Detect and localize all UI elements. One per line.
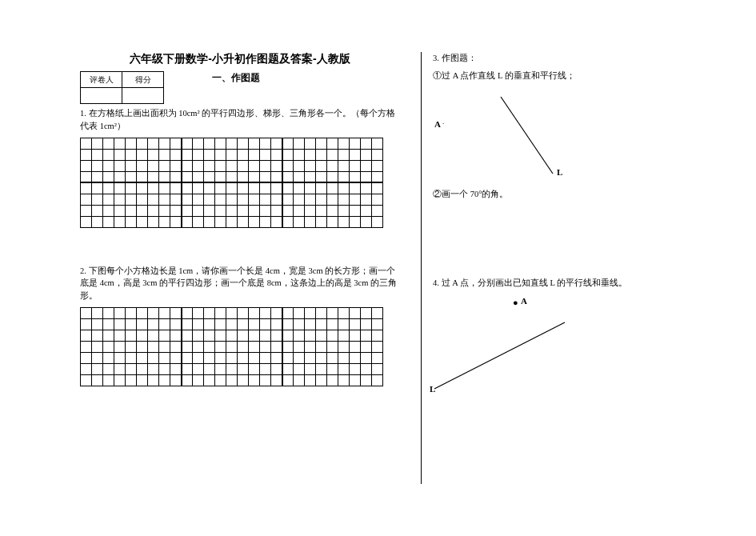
q3-label-l: L bbox=[557, 167, 562, 177]
q3-sub1: ①过 A 点作直线 L 的垂直和平行线； bbox=[433, 70, 709, 82]
q4-diagram: ● A L bbox=[433, 294, 709, 398]
score-cell-reviewer bbox=[81, 88, 122, 104]
q2-text: 2. 下图每个小方格边长是 1cm，请你画一个长是 4cm，宽是 3cm 的长方… bbox=[80, 265, 400, 302]
score-header-score: 得分 bbox=[122, 72, 164, 88]
q1-grid bbox=[80, 138, 383, 228]
q3-sub2: ②画一个 70°的角。 bbox=[433, 188, 709, 201]
score-cell-score bbox=[122, 88, 164, 104]
score-header-reviewer: 评卷人 bbox=[81, 72, 122, 88]
section-heading: 一、作图题 bbox=[212, 71, 260, 85]
q3-title: 3. 作图题： bbox=[433, 52, 709, 65]
q3-diagram: A · L bbox=[433, 87, 709, 183]
score-table: 评卷人 得分 bbox=[80, 71, 164, 104]
q2-grid bbox=[80, 307, 383, 386]
q4-label-l: L bbox=[430, 384, 435, 394]
page-title: 六年级下册数学-小升初作图题及答案-人教版 bbox=[80, 52, 400, 66]
q4-text: 4. 过 A 点，分别画出已知直线 L 的平行线和垂线。 bbox=[433, 277, 709, 290]
svg-line-0 bbox=[501, 97, 553, 174]
svg-line-1 bbox=[434, 322, 565, 389]
q1-text: 1. 在方格纸上画出面积为 10cm² 的平行四边形、梯形、三角形各一个。（每个… bbox=[80, 107, 400, 133]
